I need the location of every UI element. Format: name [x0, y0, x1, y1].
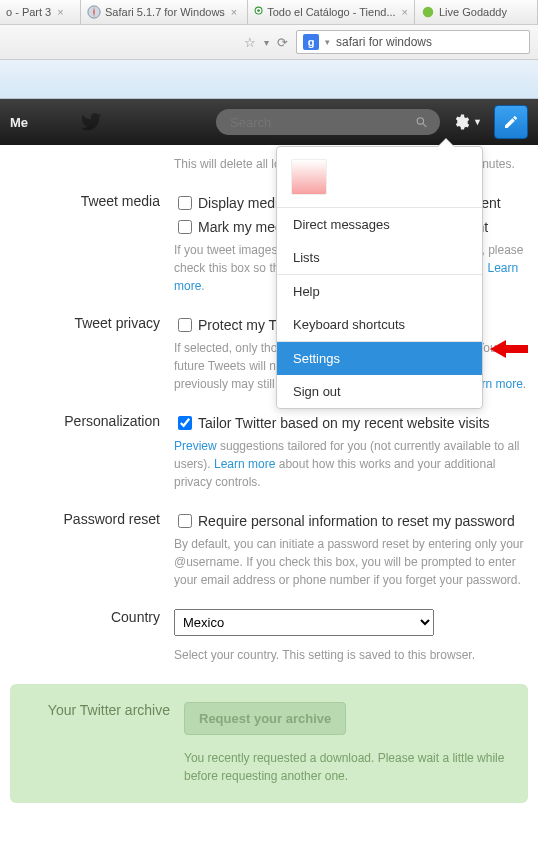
- option-label: Require personal information to reset my…: [198, 513, 515, 529]
- search-input[interactable]: [216, 109, 440, 135]
- annotation-arrow-icon: [490, 338, 528, 363]
- tab-title: Todo el Catálogo - Tiend...: [267, 6, 395, 18]
- hint-text: By default, you can initiate a password …: [174, 535, 528, 589]
- svg-point-4: [417, 118, 423, 124]
- nav-me[interactable]: Me: [10, 115, 28, 130]
- dropdown-profile[interactable]: [277, 147, 482, 207]
- close-icon[interactable]: ×: [57, 6, 63, 18]
- gear-icon: [452, 113, 470, 131]
- browser-tab[interactable]: Safari 5.1.7 for Windows ×: [81, 0, 248, 24]
- menu-item-lists[interactable]: Lists: [277, 241, 482, 274]
- section-label: Country: [10, 609, 174, 664]
- learn-more-link[interactable]: Learn more: [214, 457, 275, 471]
- twitter-bird-icon: [80, 111, 102, 133]
- row-password-reset: Password reset Require personal informat…: [10, 501, 528, 599]
- tab-title: Live Godaddy: [439, 6, 507, 18]
- checkbox-protect-tweets[interactable]: [178, 318, 192, 332]
- section-label: Tweet media: [10, 193, 174, 295]
- window-chrome-band: [0, 60, 538, 99]
- browser-tab[interactable]: Todo el Catálogo - Tiend... ×: [248, 0, 415, 24]
- app-navbar: Me ▼: [0, 99, 538, 145]
- browser-tab[interactable]: Live Godaddy: [415, 0, 538, 24]
- search-icon: [415, 115, 428, 129]
- tab-title: Safari 5.1.7 for Windows: [105, 6, 225, 18]
- section-label: Your Twitter archive: [20, 702, 184, 785]
- zen-icon: [254, 5, 263, 19]
- option-label: Tailor Twitter based on my recent websit…: [198, 415, 490, 431]
- country-select[interactable]: Mexico: [174, 609, 434, 636]
- tab-title: o - Part 3: [6, 6, 51, 18]
- menu-item-help[interactable]: Help: [277, 275, 482, 308]
- archive-section: Your Twitter archive Request your archiv…: [10, 684, 528, 803]
- dropdown-icon[interactable]: ▾: [325, 37, 330, 47]
- search-query: safari for windows: [336, 35, 432, 49]
- row-country: Country Mexico Select your country. This…: [10, 599, 528, 674]
- section-label: Tweet privacy: [10, 315, 174, 393]
- browser-tab[interactable]: o - Part 3 ×: [0, 0, 81, 24]
- search-field[interactable]: [228, 114, 415, 131]
- menu-item-sign-out[interactable]: Sign out: [277, 375, 482, 408]
- svg-point-3: [423, 7, 434, 18]
- row-personalization: Personalization Tailor Twitter based on …: [10, 403, 528, 501]
- google-icon: g: [303, 34, 319, 50]
- compose-icon: [503, 114, 519, 130]
- checkbox-require-personal-info[interactable]: [178, 514, 192, 528]
- avatar: [291, 159, 327, 195]
- close-icon[interactable]: ×: [402, 6, 408, 18]
- svg-line-5: [423, 124, 426, 127]
- svg-marker-6: [490, 340, 528, 358]
- checkbox-display-media[interactable]: [178, 196, 192, 210]
- browser-search-box[interactable]: g ▾ safari for windows: [296, 30, 530, 54]
- menu-item-settings[interactable]: Settings: [277, 342, 482, 375]
- reload-icon[interactable]: ⟳: [277, 35, 288, 50]
- menu-item-keyboard-shortcuts[interactable]: Keyboard shortcuts: [277, 308, 482, 341]
- star-icon[interactable]: ☆: [244, 35, 256, 50]
- browser-toolbar: ☆ ▾ ⟳ g ▾ safari for windows: [0, 25, 538, 60]
- preview-link[interactable]: Preview: [174, 439, 217, 453]
- gear-dropdown: Direct messages Lists Help Keyboard shor…: [276, 146, 483, 409]
- menu-item-direct-messages[interactable]: Direct messages: [277, 208, 482, 241]
- request-archive-button[interactable]: Request your archive: [184, 702, 346, 735]
- hint-text: You recently requested a download. Pleas…: [184, 749, 518, 785]
- section-label: Personalization: [10, 413, 174, 491]
- checkbox-mark-media[interactable]: [178, 220, 192, 234]
- checkbox-tailor-twitter[interactable]: [178, 416, 192, 430]
- compose-tweet-button[interactable]: [494, 105, 528, 139]
- svg-point-2: [257, 9, 260, 12]
- safari-icon: [87, 5, 101, 19]
- dropdown-icon[interactable]: ▾: [264, 37, 269, 48]
- browser-tab-strip: o - Part 3 × Safari 5.1.7 for Windows × …: [0, 0, 538, 25]
- godaddy-icon: [421, 5, 435, 19]
- hint-text: Select your country. This setting is sav…: [174, 646, 528, 664]
- gear-menu-button[interactable]: ▼: [452, 113, 482, 131]
- dropdown-caret-icon: [438, 139, 454, 147]
- close-icon[interactable]: ×: [231, 6, 237, 18]
- section-label: Password reset: [10, 511, 174, 589]
- hint-text: Preview suggestions tailored for you (no…: [174, 437, 528, 491]
